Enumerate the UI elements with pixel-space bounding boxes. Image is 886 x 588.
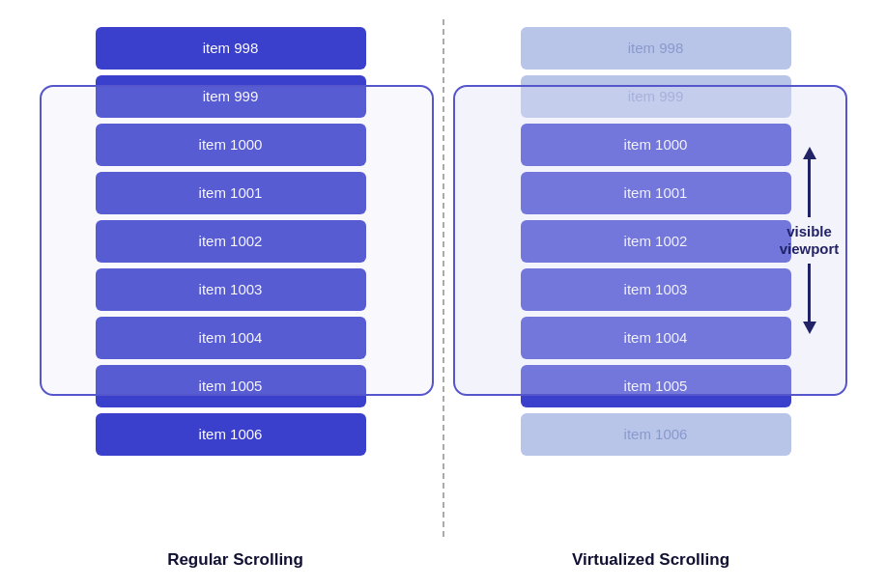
arrow-up-line bbox=[803, 147, 816, 217]
diagram-container: item 998item 999item 1000item 1001item 1… bbox=[28, 19, 859, 570]
list-item: item 1004 bbox=[96, 317, 366, 359]
list-item: item 1003 bbox=[96, 268, 366, 311]
list-item: item 1006 bbox=[521, 413, 791, 456]
list-item: item 1000 bbox=[521, 124, 791, 166]
left-column-label: Regular Scrolling bbox=[28, 550, 443, 570]
arrow-down-line bbox=[803, 264, 816, 334]
arrow-shaft-top bbox=[808, 159, 811, 217]
right-column-label: Virtualized Scrolling bbox=[443, 550, 859, 570]
list-item: item 1006 bbox=[96, 413, 366, 456]
arrow-up-icon bbox=[803, 147, 816, 159]
list-item: item 1005 bbox=[96, 365, 366, 407]
list-item: item 1004 bbox=[521, 317, 791, 359]
arrow-down-icon bbox=[803, 322, 816, 334]
list-item: item 999 bbox=[521, 75, 791, 118]
list-item: item 1002 bbox=[96, 220, 366, 263]
viewport-label: visibleviewport bbox=[780, 223, 840, 258]
arrow-shaft-bottom bbox=[808, 264, 811, 322]
labels-row: Regular Scrolling Virtualized Scrolling bbox=[28, 550, 859, 570]
column-divider bbox=[443, 19, 444, 537]
columns-area: item 998item 999item 1000item 1001item 1… bbox=[28, 19, 859, 537]
list-item: item 1002 bbox=[521, 220, 791, 263]
list-item: item 1003 bbox=[521, 268, 791, 311]
list-item: item 1000 bbox=[96, 124, 366, 166]
left-column: item 998item 999item 1000item 1001item 1… bbox=[28, 19, 443, 537]
list-item: item 998 bbox=[521, 27, 791, 70]
list-item: item 998 bbox=[96, 27, 366, 70]
list-item: item 1001 bbox=[521, 172, 791, 214]
list-item: item 1005 bbox=[521, 365, 791, 407]
viewport-label-area: visibleviewport bbox=[776, 85, 843, 396]
list-item: item 1001 bbox=[96, 172, 366, 214]
list-item: item 999 bbox=[96, 75, 366, 118]
